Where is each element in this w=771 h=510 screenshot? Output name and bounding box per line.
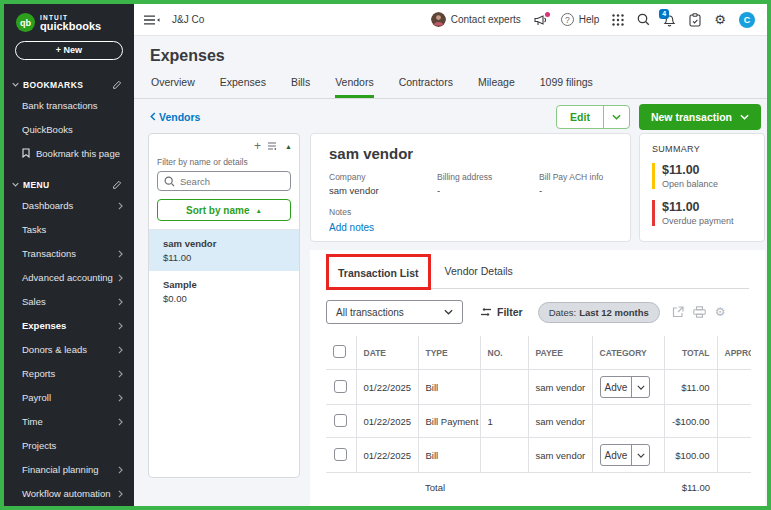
cell-approval xyxy=(717,405,751,438)
tab-expenses[interactable]: Expenses xyxy=(220,76,266,98)
filter-icon xyxy=(480,307,492,317)
vendor-amount: $11.00 xyxy=(163,252,291,263)
edit-button[interactable]: Edit xyxy=(557,106,604,128)
notification-count-badge: 4 xyxy=(659,9,669,19)
chevron-down-icon xyxy=(632,445,649,465)
row-checkbox[interactable] xyxy=(334,414,347,427)
tab-contractors[interactable]: Contractors xyxy=(399,76,453,98)
category-select[interactable]: Adve xyxy=(600,376,651,398)
chevron-left-icon xyxy=(150,112,156,121)
edit-bookmarks-icon[interactable] xyxy=(112,80,122,90)
type-select-value: All transactions xyxy=(336,307,404,318)
expenses-tabs: Overview Expenses Bills Vendors Contract… xyxy=(134,76,767,99)
column-header-payee: PAYEE xyxy=(528,336,592,370)
sidebar-item-sales[interactable]: Sales xyxy=(4,290,134,314)
sidebar-item-bank-transactions[interactable]: Bank transactions xyxy=(4,94,134,118)
search-icon xyxy=(164,176,175,187)
bookmarks-header-label: BOOKMARKS xyxy=(23,80,83,90)
category-select[interactable]: Adve xyxy=(600,444,651,466)
cell-total: $100.00 xyxy=(664,438,717,473)
tab-1099-filings[interactable]: 1099 filings xyxy=(540,76,593,98)
tab-mileage[interactable]: Mileage xyxy=(478,76,515,98)
tab-transaction-list[interactable]: Transaction List xyxy=(338,267,419,279)
new-button[interactable]: + New xyxy=(15,41,123,60)
print-icon[interactable] xyxy=(693,306,706,318)
menu-header[interactable]: MENU xyxy=(4,176,134,194)
tasks-clipboard-icon[interactable] xyxy=(689,13,701,27)
vendor-list-item[interactable]: Sample $0.00 xyxy=(149,271,299,312)
ach-info-label: Bill Pay ACH info xyxy=(539,172,612,182)
add-vendor-icon[interactable]: + xyxy=(254,141,261,151)
collapse-sidebar-icon[interactable] xyxy=(144,15,160,25)
row-checkbox[interactable] xyxy=(334,380,347,393)
tab-overview[interactable]: Overview xyxy=(151,76,195,98)
summary-card: SUMMARY $11.00 Open balance $11.00 Overd… xyxy=(639,133,765,242)
vendor-list-item[interactable]: sam vendor $11.00 xyxy=(149,230,299,271)
sidebar-item-financial-planning[interactable]: Financial planning xyxy=(4,458,134,482)
sidebar-item-workflow-automation[interactable]: Workflow automation xyxy=(4,482,134,506)
cell-no xyxy=(480,438,528,473)
contact-experts-button[interactable]: Contact experts xyxy=(431,12,521,27)
column-header-type: TYPE xyxy=(418,336,480,370)
sidebar-item-donors-leads[interactable]: Donors & leads xyxy=(4,338,134,362)
sidebar-item-dashboards[interactable]: Dashboards xyxy=(4,194,134,218)
sidebar-item-expenses[interactable]: Expenses xyxy=(4,314,134,338)
notifications-bell-icon[interactable]: 4 xyxy=(663,13,676,27)
sidebar-item-time[interactable]: Time xyxy=(4,410,134,434)
dates-filter-pill[interactable]: Dates: Last 12 months xyxy=(538,302,660,323)
dates-value: Last 12 months xyxy=(579,307,649,318)
sidebar-item-reports[interactable]: Reports xyxy=(4,362,134,386)
vendor-name: Sample xyxy=(163,279,291,290)
chevron-right-icon xyxy=(118,202,123,210)
tab-vendor-details[interactable]: Vendor Details xyxy=(431,265,513,288)
menu-item-label: Workflow automation xyxy=(22,488,111,499)
filter-button[interactable]: Filter xyxy=(480,306,523,318)
apps-grid-icon[interactable] xyxy=(612,14,624,26)
sidebar-item-transactions[interactable]: Transactions xyxy=(4,242,134,266)
chevron-down-icon xyxy=(12,82,19,87)
sort-by-name-button[interactable]: Sort by name ▲ xyxy=(157,199,291,221)
tab-vendors[interactable]: Vendors xyxy=(335,76,374,98)
bookmark-this-page[interactable]: Bookmark this page xyxy=(4,141,134,165)
main-area: J&J Co Contact experts ? Help 4 ⚙ xyxy=(134,4,767,506)
list-view-icon[interactable] xyxy=(268,142,278,150)
menu-item-label: Tasks xyxy=(22,224,46,235)
actions-row: Vendors Edit New transaction xyxy=(134,99,767,133)
user-avatar[interactable]: C xyxy=(739,12,755,28)
collapse-panel-icon[interactable]: ▲ xyxy=(285,143,292,150)
vendor-search-input[interactable] xyxy=(180,176,284,187)
search-icon[interactable] xyxy=(637,13,650,26)
settings-gear-icon[interactable]: ⚙ xyxy=(714,13,726,26)
bookmarks-header[interactable]: BOOKMARKS xyxy=(4,76,134,94)
add-notes-link[interactable]: Add notes xyxy=(329,222,374,233)
sort-button-label: Sort by name xyxy=(186,205,249,216)
row-checkbox[interactable] xyxy=(334,448,347,461)
edit-dropdown-button[interactable] xyxy=(604,106,629,128)
chevron-right-icon xyxy=(118,322,123,330)
edit-menu-icon[interactable] xyxy=(112,180,122,190)
sidebar-item-projects[interactable]: Projects xyxy=(4,434,134,458)
sidebar-item-payroll[interactable]: Payroll xyxy=(4,386,134,410)
table-settings-gear-icon[interactable]: ⚙ xyxy=(715,306,726,319)
menu-item-label: Dashboards xyxy=(22,200,73,211)
sidebar-item-quickbooks[interactable]: QuickBooks xyxy=(4,117,134,141)
announcements-icon[interactable] xyxy=(534,14,548,26)
overdue-label: Overdue payment xyxy=(662,216,752,226)
sidebar-item-tasks[interactable]: Tasks xyxy=(4,218,134,242)
menu-item-label: Donors & leads xyxy=(22,344,87,355)
new-transaction-button[interactable]: New transaction xyxy=(639,104,761,130)
cell-no xyxy=(480,370,528,405)
overdue-payment-item: $11.00 Overdue payment xyxy=(652,200,752,226)
cell-approval xyxy=(717,438,751,473)
cell-type: Bill Payment xyxy=(418,405,480,438)
select-all-checkbox[interactable] xyxy=(333,345,346,358)
cell-total: -$100.00 xyxy=(664,405,717,438)
help-button[interactable]: ? Help xyxy=(561,13,600,26)
cell-payee: sam vendor xyxy=(528,370,592,405)
tab-bills[interactable]: Bills xyxy=(291,76,310,98)
transaction-type-select[interactable]: All transactions xyxy=(326,300,463,324)
vendor-amount: $0.00 xyxy=(163,293,291,304)
export-icon[interactable] xyxy=(672,306,684,318)
back-to-vendors-link[interactable]: Vendors xyxy=(150,111,200,123)
sidebar-item-advanced-accounting[interactable]: Advanced accounting xyxy=(4,266,134,290)
